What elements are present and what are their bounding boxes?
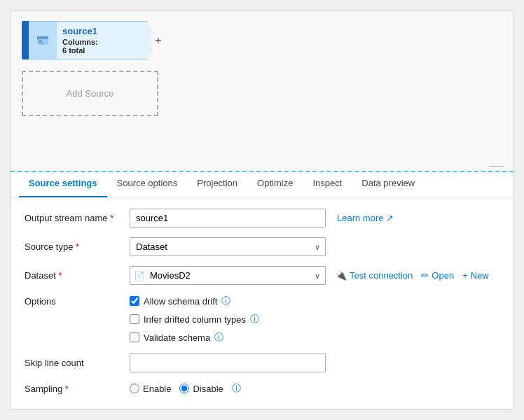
tab-data-preview[interactable]: Data preview [352,172,425,197]
skip-line-count-label: Skip line count [25,358,130,368]
add-connection-button[interactable]: + [151,34,165,48]
new-button[interactable]: + New [462,270,489,281]
source-node[interactable]: source1 Columns: 6 total + [22,21,158,59]
tabs-bar: Source settings Source options Projectio… [11,172,513,197]
canvas-area: source1 Columns: 6 total + Add Source — … [11,11,513,172]
node-name: source1 [62,26,141,36]
open-button[interactable]: ✏ Open [421,270,454,281]
infer-drifted-row: Infer drifted column types ⓘ [130,313,259,326]
required-marker-4: * [65,384,69,394]
allow-schema-drift-label: Allow schema drift [144,296,217,307]
dataset-node-icon [36,34,50,48]
required-marker: * [110,213,113,223]
add-source-button[interactable]: Add Source [22,71,158,116]
validate-schema-row: Validate schema ⓘ [130,331,259,344]
svg-rect-2 [39,41,42,42]
node-body: source1 Columns: 6 total [57,21,158,59]
node-icon-area [29,21,57,59]
sampling-label: Sampling * [25,384,130,394]
required-marker-3: * [58,270,62,281]
dataset-label: Dataset * [25,270,130,281]
plug-icon: 🔌 [336,270,347,281]
dataset-action-links: 🔌 Test connection ✏ Open + New [336,270,489,281]
dataset-row: Dataset * 📄 MoviesD2 ∨ 🔌 Test connection [25,266,499,285]
main-window: source1 Columns: 6 total + Add Source — … [10,10,514,410]
skip-line-count-input[interactable] [130,354,326,372]
columns-label: Columns: [62,38,98,46]
options-content: Allow schema drift ⓘ Infer drifted colum… [130,295,259,344]
external-link-icon: ↗ [386,213,394,223]
columns-value: 6 total [62,46,85,55]
validate-schema-checkbox[interactable] [130,332,139,342]
infer-drifted-checkbox[interactable] [130,314,139,324]
dataset-select-wrapper: 📄 MoviesD2 ∨ [130,266,326,285]
output-stream-input[interactable] [130,209,326,227]
dataset-select[interactable]: MoviesD2 [130,266,326,285]
sampling-enable-label: Enable [143,384,171,394]
sampling-enable-option[interactable]: Enable [130,384,171,394]
output-stream-control [130,209,326,227]
validate-schema-info-icon[interactable]: ⓘ [214,331,223,344]
skip-line-count-row: Skip line count [25,354,499,372]
output-stream-label: Output stream name * [25,213,130,223]
sampling-info-icon[interactable]: ⓘ [232,382,241,395]
sampling-disable-label: Disable [193,384,223,394]
sampling-row: Sampling * Enable Disable ⓘ [25,382,499,395]
source-type-control: Dataset Inline ∨ [130,237,326,256]
dataset-control: 📄 MoviesD2 ∨ 🔌 Test connection ✏ Open [130,266,499,285]
source-type-label: Source type * [25,241,130,252]
node-meta: Columns: 6 total [62,38,141,55]
infer-drifted-info-icon[interactable]: ⓘ [250,313,259,326]
node-side-bar [22,21,29,59]
validate-schema-label: Validate schema [144,332,210,343]
resize-handle[interactable]: — — [489,161,502,169]
allow-schema-drift-info-icon[interactable]: ⓘ [221,295,230,307]
tab-inspect[interactable]: Inspect [303,172,352,197]
plus-icon: + [462,270,468,281]
tab-source-settings[interactable]: Source settings [19,172,107,197]
svg-rect-1 [37,36,48,39]
options-label: Options [25,295,130,307]
pencil-icon: ✏ [421,270,429,281]
sampling-radio-group: Enable Disable ⓘ [130,382,241,395]
output-stream-row: Output stream name * Learn more ↗ [25,209,499,227]
test-connection-button[interactable]: 🔌 Test connection [336,270,413,281]
settings-panel: Output stream name * Learn more ↗ Source… [11,197,513,409]
svg-rect-3 [39,43,44,44]
add-source-label: Add Source [67,88,114,99]
sampling-disable-radio[interactable] [179,384,189,393]
infer-drifted-label: Infer drifted column types [144,314,246,325]
options-row: Options Allow schema drift ⓘ Infer drift… [25,295,499,344]
allow-schema-drift-row: Allow schema drift ⓘ [130,295,259,307]
allow-schema-drift-checkbox[interactable] [130,296,139,306]
sampling-disable-option[interactable]: Disable [179,384,223,394]
tab-projection[interactable]: Projection [187,172,247,197]
sampling-enable-radio[interactable] [130,384,139,393]
tab-optimize[interactable]: Optimize [247,172,303,197]
source-type-row: Source type * Dataset Inline ∨ [25,237,499,256]
required-marker-2: * [76,241,79,252]
source-type-select[interactable]: Dataset Inline [130,237,326,256]
learn-more-link[interactable]: Learn more ↗ [337,213,394,223]
skip-line-count-control [130,354,326,372]
tab-source-options[interactable]: Source options [107,172,188,197]
